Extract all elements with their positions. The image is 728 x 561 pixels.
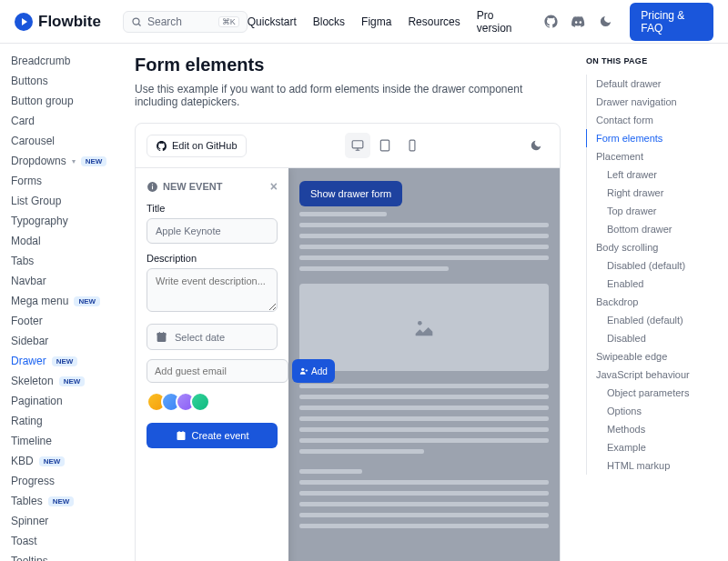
toc-item-enabled-default-[interactable]: Enabled (default) bbox=[586, 311, 717, 329]
sidebar-item-list-group[interactable]: List Group bbox=[11, 191, 116, 211]
toc-item-drawer-navigation[interactable]: Drawer navigation bbox=[586, 93, 717, 111]
sidebar-item-tables[interactable]: TablesNEW bbox=[11, 491, 116, 511]
sidebar-item-label: Skeleton bbox=[11, 375, 54, 387]
toc-item-contact-form[interactable]: Contact form bbox=[586, 111, 717, 129]
example-toolbar: Edit on GitHub bbox=[136, 124, 560, 168]
svg-point-22 bbox=[418, 321, 422, 326]
guest-email-input[interactable] bbox=[147, 359, 288, 383]
nav-pro[interactable]: Pro version bbox=[477, 9, 527, 35]
toc-item-backdrop[interactable]: Backdrop bbox=[586, 293, 717, 311]
sidebar-item-button-group[interactable]: Button group bbox=[11, 91, 116, 111]
svg-rect-7 bbox=[410, 140, 415, 151]
sidebar: BreadcrumbButtonsButton groupCardCarouse… bbox=[0, 44, 116, 561]
github-icon bbox=[156, 140, 167, 152]
desktop-icon[interactable] bbox=[345, 133, 370, 158]
sidebar-item-label: Pagination bbox=[11, 395, 63, 407]
discord-icon[interactable] bbox=[570, 14, 586, 30]
sidebar-item-carousel[interactable]: Carousel bbox=[11, 131, 116, 151]
moon-icon[interactable] bbox=[597, 14, 613, 30]
new-badge: NEW bbox=[48, 496, 75, 506]
new-badge: NEW bbox=[81, 156, 107, 166]
toc-item-object-parameters[interactable]: Object parameters bbox=[586, 384, 717, 402]
toc-item-bottom-drawer[interactable]: Bottom drawer bbox=[586, 220, 717, 238]
mobile-icon[interactable] bbox=[399, 133, 425, 158]
add-guest-button[interactable]: Add bbox=[292, 359, 335, 383]
sidebar-item-label: Progress bbox=[11, 475, 55, 487]
sidebar-item-footer[interactable]: Footer bbox=[11, 311, 116, 331]
toc-item-top-drawer[interactable]: Top drawer bbox=[586, 202, 717, 220]
moon-icon[interactable] bbox=[523, 133, 549, 158]
sidebar-item-dropdowns[interactable]: Dropdowns▾NEW bbox=[11, 151, 116, 171]
nav-quickstart[interactable]: Quickstart bbox=[248, 15, 297, 28]
sidebar-item-label: Forms bbox=[11, 175, 42, 187]
toc-item-swipeable-edge[interactable]: Swipeable edge bbox=[586, 347, 717, 366]
brand-name: Flowbite bbox=[38, 13, 101, 31]
toc-item-options[interactable]: Options bbox=[586, 402, 717, 420]
logo[interactable]: Flowbite bbox=[15, 13, 101, 31]
sidebar-item-forms[interactable]: Forms bbox=[11, 171, 116, 191]
sidebar-item-label: Mega menu bbox=[11, 295, 68, 307]
sidebar-item-label: KBD bbox=[11, 455, 34, 467]
edit-github-button[interactable]: Edit on GitHub bbox=[147, 135, 247, 157]
toc-item-disabled[interactable]: Disabled bbox=[586, 329, 717, 347]
sidebar-item-card[interactable]: Card bbox=[11, 111, 116, 131]
toc-item-example[interactable]: Example bbox=[586, 438, 717, 456]
sidebar-item-pagination[interactable]: Pagination bbox=[11, 391, 116, 411]
date-input[interactable]: Select date bbox=[147, 324, 278, 350]
title-input[interactable] bbox=[147, 218, 278, 244]
nav-blocks[interactable]: Blocks bbox=[313, 15, 345, 28]
github-icon[interactable] bbox=[542, 14, 559, 30]
sidebar-item-rating[interactable]: Rating bbox=[11, 411, 116, 431]
sidebar-item-progress[interactable]: Progress bbox=[11, 471, 116, 491]
sidebar-item-kbd[interactable]: KBDNEW bbox=[11, 451, 116, 471]
sidebar-item-label: Typography bbox=[11, 215, 68, 227]
page-title: Form elements bbox=[135, 55, 561, 75]
nav-resources[interactable]: Resources bbox=[408, 15, 460, 28]
toc-item-enabled[interactable]: Enabled bbox=[586, 275, 717, 293]
create-event-button[interactable]: Create event bbox=[147, 423, 278, 448]
toc-item-disabled-default-[interactable]: Disabled (default) bbox=[586, 256, 717, 275]
toc-item-form-elements[interactable]: Form elements bbox=[586, 129, 717, 147]
toc-item-placement[interactable]: Placement bbox=[586, 147, 717, 165]
toc-item-javascript-behaviour[interactable]: JavaScript behaviour bbox=[586, 366, 717, 384]
nav-links: Quickstart Blocks Figma Resources Pro ve… bbox=[248, 3, 713, 41]
sidebar-item-timeline[interactable]: Timeline bbox=[11, 431, 116, 451]
edit-github-label: Edit on GitHub bbox=[172, 140, 238, 151]
sidebar-item-typography[interactable]: Typography bbox=[11, 211, 116, 231]
nav-figma[interactable]: Figma bbox=[361, 15, 391, 28]
sidebar-item-buttons[interactable]: Buttons bbox=[11, 71, 116, 91]
toc-item-body-scrolling[interactable]: Body scrolling bbox=[586, 238, 717, 256]
sidebar-item-label: Drawer bbox=[11, 355, 46, 367]
sidebar-item-label: Toast bbox=[11, 535, 37, 547]
toc-item-methods[interactable]: Methods bbox=[586, 420, 717, 438]
sidebar-item-tooltips[interactable]: Tooltips bbox=[11, 551, 116, 561]
sidebar-item-label: Card bbox=[11, 115, 35, 127]
sidebar-item-toast[interactable]: Toast bbox=[11, 531, 116, 551]
toc-item-left-drawer[interactable]: Left drawer bbox=[586, 165, 717, 184]
sidebar-item-breadcrumb[interactable]: Breadcrumb bbox=[11, 51, 116, 71]
search-input[interactable]: Search ⌘K bbox=[123, 11, 248, 33]
close-icon[interactable]: × bbox=[270, 179, 278, 194]
add-button-label: Add bbox=[311, 366, 328, 376]
toc-item-html-markup[interactable]: HTML markup bbox=[586, 456, 717, 475]
show-drawer-button[interactable]: Show drawer form bbox=[299, 181, 402, 206]
title-label: Title bbox=[147, 203, 278, 214]
info-icon bbox=[147, 181, 158, 193]
toc-item-default-drawer[interactable]: Default drawer bbox=[586, 75, 717, 93]
sidebar-item-label: Dropdowns bbox=[11, 155, 66, 167]
tablet-icon[interactable] bbox=[372, 133, 398, 158]
sidebar-item-label: Buttons bbox=[11, 75, 48, 87]
sidebar-item-drawer[interactable]: DrawerNEW bbox=[11, 351, 116, 371]
sidebar-item-tabs[interactable]: Tabs bbox=[11, 251, 116, 271]
pricing-button[interactable]: Pricing & FAQ bbox=[630, 3, 713, 41]
sidebar-item-modal[interactable]: Modal bbox=[11, 231, 116, 251]
sidebar-item-navbar[interactable]: Navbar bbox=[11, 271, 116, 291]
sidebar-item-spinner[interactable]: Spinner bbox=[11, 511, 116, 531]
sidebar-item-label: Rating bbox=[11, 415, 43, 427]
sidebar-item-sidebar[interactable]: Sidebar bbox=[11, 331, 116, 351]
sidebar-item-skeleton[interactable]: SkeletonNEW bbox=[11, 371, 116, 391]
description-input[interactable] bbox=[147, 268, 278, 312]
drawer-panel: NEW EVENT × Title Description Select dat… bbox=[136, 168, 288, 561]
toc-item-right-drawer[interactable]: Right drawer bbox=[586, 184, 717, 202]
sidebar-item-mega-menu[interactable]: Mega menuNEW bbox=[11, 291, 116, 311]
